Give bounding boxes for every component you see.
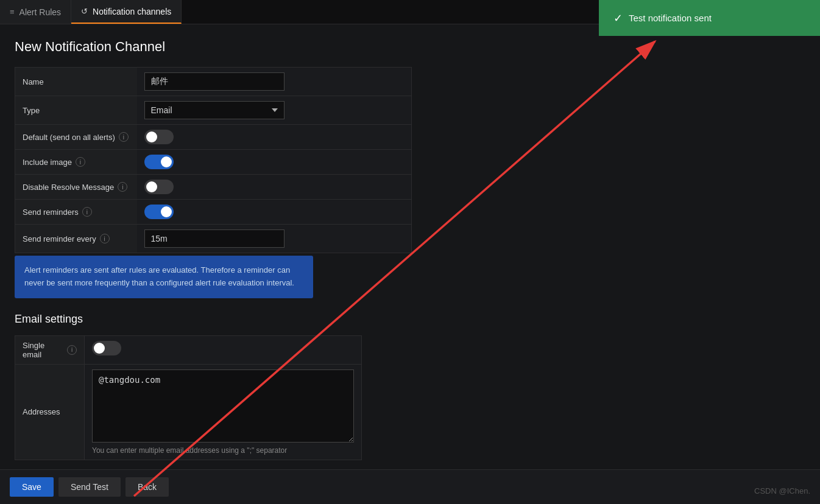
email-settings-table: Single email i Addresses @tangdou.com Yo… — [15, 335, 362, 460]
send-reminders-label: Send reminders — [23, 208, 79, 217]
include-image-info-icon[interactable]: i — [76, 157, 85, 167]
include-image-toggle[interactable] — [144, 155, 174, 169]
single-email-toggle[interactable] — [92, 341, 121, 355]
type-cell: Email Slack PagerDuty Webhook OpsGenie V… — [137, 96, 412, 125]
toast-check-icon: ✓ — [613, 12, 623, 25]
single-email-row: Single email i — [15, 335, 362, 364]
send-reminder-every-cell-label: Send reminder every i — [15, 225, 137, 253]
send-reminders-toggle[interactable] — [144, 205, 174, 219]
include-image-cell-label: Include image i — [15, 150, 137, 175]
tab-notification-channels[interactable]: ↺ Notification channels — [71, 0, 182, 24]
name-row: Name — [15, 68, 412, 96]
send-reminder-every-row: Send reminder every i — [15, 225, 412, 253]
bottom-bar: Save Send Test Back — [0, 469, 820, 504]
single-email-info-icon[interactable]: i — [67, 345, 77, 355]
addresses-row: Addresses @tangdou.com You can enter mul… — [15, 364, 362, 460]
save-button[interactable]: Save — [10, 477, 54, 497]
send-reminders-slider — [144, 205, 174, 219]
include-image-label: Include image — [23, 158, 72, 167]
notification-channels-icon: ↺ — [81, 7, 88, 16]
info-text: Alert reminders are sent after rules are… — [24, 265, 294, 287]
disable-resolve-info-icon[interactable]: i — [118, 182, 127, 192]
page-title: New Notification Channel — [15, 39, 412, 55]
single-email-label-wrap: Single email i — [23, 341, 77, 359]
disable-resolve-toggle-wrap — [144, 180, 405, 194]
type-select[interactable]: Email Slack PagerDuty Webhook OpsGenie V… — [144, 101, 285, 119]
send-reminder-every-input[interactable] — [144, 229, 285, 248]
tab-alert-rules[interactable]: ≡ Alert Rules — [0, 0, 71, 24]
disable-resolve-cell-label: Disable Resolve Message i — [15, 175, 137, 200]
tab-alert-rules-label: Alert Rules — [19, 7, 61, 17]
send-reminders-info-icon[interactable]: i — [82, 207, 92, 217]
alert-rules-icon: ≡ — [10, 7, 15, 16]
include-image-toggle-wrap — [144, 155, 405, 169]
channel-form: Name Type Email Slack PagerDuty Webhook … — [15, 67, 412, 253]
addresses-cell: @tangdou.com You can enter multiple emai… — [85, 364, 362, 460]
include-image-slider — [144, 155, 174, 169]
addresses-hint: You can enter multiple email addresses u… — [92, 446, 354, 455]
disable-resolve-toggle-cell — [137, 175, 412, 200]
disable-resolve-toggle[interactable] — [144, 180, 174, 194]
disable-resolve-row: Disable Resolve Message i — [15, 175, 412, 200]
name-input[interactable] — [144, 72, 285, 91]
name-label: Name — [15, 68, 137, 96]
send-reminder-every-cell — [137, 225, 412, 253]
send-reminders-toggle-cell — [137, 200, 412, 225]
default-toggle-cell — [137, 125, 412, 150]
addresses-textarea[interactable]: @tangdou.com — [92, 369, 354, 443]
single-email-slider — [92, 341, 121, 355]
type-row: Type Email Slack PagerDuty Webhook OpsGe… — [15, 96, 412, 125]
send-reminder-every-label: Send reminder every — [23, 234, 96, 243]
send-reminder-every-info-icon[interactable]: i — [100, 234, 110, 243]
default-toggle-wrap — [144, 130, 405, 144]
disable-resolve-label: Disable Resolve Message — [23, 183, 114, 192]
default-slider — [144, 130, 174, 144]
toast-notification: ✓ Test notification sent — [599, 0, 820, 36]
tab-notification-channels-label: Notification channels — [93, 7, 171, 16]
send-reminders-row: Send reminders i — [15, 200, 412, 225]
default-info-icon[interactable]: i — [119, 132, 129, 142]
default-label: Default (send on all alerts) — [23, 133, 115, 142]
name-cell — [137, 68, 412, 96]
default-cell-label: Default (send on all alerts) i — [15, 125, 137, 150]
single-email-toggle-cell — [85, 335, 362, 364]
single-email-label: Single email — [23, 341, 63, 359]
toast-message: Test notification sent — [629, 13, 712, 23]
type-label: Type — [15, 96, 137, 125]
addresses-label: Addresses — [15, 364, 85, 460]
send-reminders-cell-label: Send reminders i — [15, 200, 137, 225]
default-row: Default (send on all alerts) i — [15, 125, 412, 150]
back-button[interactable]: Back — [125, 477, 169, 497]
default-toggle[interactable] — [144, 130, 174, 144]
single-email-cell-label: Single email i — [15, 335, 85, 364]
send-test-button[interactable]: Send Test — [58, 477, 121, 497]
send-reminders-toggle-wrap — [144, 205, 405, 219]
include-image-row: Include image i — [15, 150, 412, 175]
main-content: New Notification Channel Name Type Email… — [0, 24, 426, 475]
watermark: CSDN @IChen. — [754, 486, 810, 495]
email-settings-title: Email settings — [15, 313, 412, 326]
disable-resolve-slider — [144, 180, 174, 194]
info-box: Alert reminders are sent after rules are… — [15, 256, 313, 298]
include-image-toggle-cell — [137, 150, 412, 175]
